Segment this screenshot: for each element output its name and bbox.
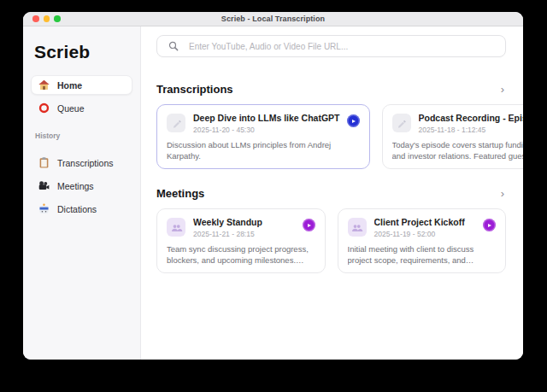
transcription-card[interactable]: Deep Dive into LLMs like ChatGPT 2025-11… <box>156 104 370 169</box>
chevron-right-icon[interactable]: › <box>499 188 506 199</box>
sidebar-nav: Home Queue <box>31 75 132 118</box>
card-description: Today's episode covers startup funding s… <box>392 139 523 162</box>
card-head: Podcast Recording - Episode 12 2025-11-1… <box>392 113 523 134</box>
card-titles: Deep Dive into LLMs like ChatGPT 2025-11… <box>193 113 340 134</box>
sidebar-item-transcriptions[interactable]: Transcriptions <box>31 153 132 173</box>
card-title: Client Project Kickoff <box>374 217 477 227</box>
card-description: Discussion about LLMs principles from An… <box>167 139 360 162</box>
sidebar-item-label: Meetings <box>57 181 94 191</box>
history-section-label: History <box>35 132 132 140</box>
movie-camera-icon <box>38 180 50 191</box>
memo-icon <box>167 114 185 132</box>
sidebar-item-label: Transcriptions <box>57 158 114 168</box>
card-title: Weekly Standup <box>193 217 296 227</box>
sidebar-item-label: Dictations <box>57 204 97 214</box>
sidebar-item-label: Home <box>57 80 82 91</box>
card-description: Team sync discussing project progress, b… <box>167 243 315 266</box>
sidebar-item-meetings[interactable]: Meetings <box>31 176 132 196</box>
house-icon <box>38 79 50 91</box>
meeting-card[interactable]: Weekly Standup 2025-11-21 - 28:15 Team s… <box>156 208 326 273</box>
url-input[interactable] <box>189 42 505 51</box>
chevron-right-icon[interactable]: › <box>499 84 506 95</box>
card-title: Podcast Recording - Episode 12 <box>419 113 523 123</box>
search-icon <box>168 41 179 51</box>
play-button[interactable] <box>483 219 496 231</box>
sidebar-item-home[interactable]: Home <box>31 75 132 95</box>
card-meta: 2025-11-20 - 45:30 <box>193 126 340 134</box>
url-search-bar <box>156 35 506 57</box>
transcriptions-card-row: Deep Dive into LLMs like ChatGPT 2025-11… <box>156 104 506 169</box>
sidebar: Scrieb Home <box>23 26 141 360</box>
record-icon <box>38 102 50 114</box>
sidebar-history-nav: Transcriptions Meetings <box>31 153 132 219</box>
play-button[interactable] <box>347 114 360 127</box>
meeting-card[interactable]: Client Project Kickoff 2025-11-19 - 52:0… <box>338 208 507 273</box>
window-title: Scrieb - Local Transcription <box>23 15 523 23</box>
sidebar-item-queue[interactable]: Queue <box>31 98 132 118</box>
transcriptions-section-header: Transcriptions › <box>156 83 506 96</box>
people-icon <box>348 218 367 237</box>
card-titles: Client Project Kickoff 2025-11-19 - 52:0… <box>374 217 477 238</box>
robot-icon <box>38 203 50 214</box>
meetings-card-row: Weekly Standup 2025-11-21 - 28:15 Team s… <box>156 208 506 273</box>
card-meta: 2025-11-18 - 1:12:45 <box>419 126 523 134</box>
main-content: Transcriptions › Deep Dive into LLMs li <box>141 26 523 360</box>
clipboard-icon <box>38 157 50 168</box>
card-titles: Podcast Recording - Episode 12 2025-11-1… <box>419 113 523 134</box>
card-meta: 2025-11-19 - 52:00 <box>374 230 477 238</box>
sidebar-item-label: Queue <box>57 103 85 114</box>
card-description: Initial meeting with client to discuss p… <box>348 243 497 266</box>
section-title: Transcriptions <box>156 83 233 96</box>
meetings-section-header: Meetings › <box>156 187 506 200</box>
card-head: Deep Dive into LLMs like ChatGPT 2025-11… <box>167 113 360 134</box>
titlebar: Scrieb - Local Transcription <box>23 12 523 26</box>
card-head: Weekly Standup 2025-11-21 - 28:15 <box>167 217 315 238</box>
card-head: Client Project Kickoff 2025-11-19 - 52:0… <box>348 217 497 238</box>
window-body: Scrieb Home <box>23 26 523 360</box>
section-title: Meetings <box>156 187 204 200</box>
memo-icon <box>392 114 411 132</box>
people-icon <box>167 218 185 237</box>
sidebar-item-dictations[interactable]: Dictations <box>31 199 132 219</box>
card-title: Deep Dive into LLMs like ChatGPT <box>193 113 340 123</box>
card-meta: 2025-11-21 - 28:15 <box>193 230 296 238</box>
card-titles: Weekly Standup 2025-11-21 - 28:15 <box>193 217 296 238</box>
app-window: Scrieb - Local Transcription Scrieb Home <box>23 12 523 360</box>
transcription-card[interactable]: Podcast Recording - Episode 12 2025-11-1… <box>382 104 523 169</box>
app-name: Scrieb <box>34 42 132 62</box>
play-button[interactable] <box>303 219 315 231</box>
